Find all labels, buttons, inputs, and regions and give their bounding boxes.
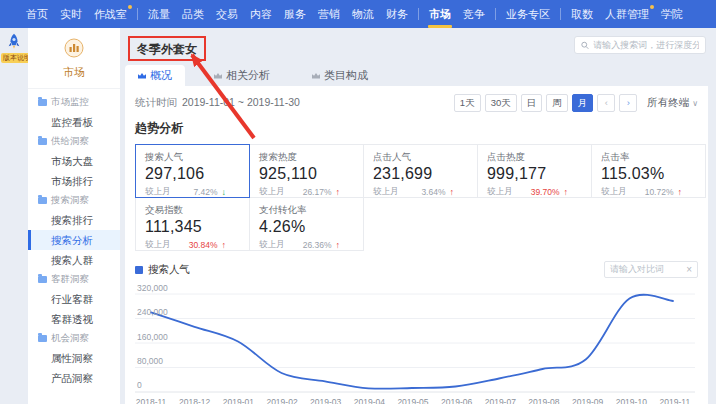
sidebar-item-product-insight[interactable]: 产品洞察 [28,368,120,388]
y-axis-tick: 240,000 [137,307,168,317]
nav-item-competition[interactable]: 竞争 [457,0,491,28]
metric-card-search-popularity[interactable]: 搜索人气 297,106 较上月7.42%↓ [135,144,250,198]
metric-value: 999,177 [487,165,582,183]
metric-label: 支付转化率 [259,204,354,217]
chevron-down-icon: ∨ [692,99,698,108]
change-percent: 26.17% [303,187,332,197]
up-arrow-icon: ↑ [336,240,341,250]
nav-divider [495,8,496,20]
sidebar-item-industry-customer[interactable]: 行业客群 [28,289,120,309]
sidebar-item-search-rank[interactable]: 搜索排行 [28,210,120,230]
range-button-day[interactable]: 日 [521,94,543,112]
nav-item-home[interactable]: 首页 [20,0,54,28]
nav-item-finance[interactable]: 财务 [380,0,414,28]
metric-card-click-rate[interactable]: 点击率 115.03% 较上月10.72%↑ [591,144,706,198]
down-arrow-icon: ↓ [222,187,227,197]
folder-icon [38,138,47,145]
metric-card-payment-conversion[interactable]: 支付转化率 4.26% 较上月26.36%↑ [249,197,364,251]
app-screen: 首页 实时 作战室 流量 品类 交易 内容 服务 营销 物流 财务 市场 竞争 … [0,0,716,404]
keyword-search-input[interactable]: 请输入搜索词，进行深度分析 [574,36,706,54]
metric-card-search-heat[interactable]: 搜索热度 925,110 较上月26.17%↑ [249,144,364,198]
compare-label: 较上月 [259,239,285,251]
tab-bar: 概况 相关分析 类目构成 [125,65,708,86]
metric-value: 925,110 [259,165,354,183]
sidebar-section-customer-insight: 客群洞察 [28,270,120,289]
metric-card-click-heat[interactable]: 点击热度 999,177 较上月39.70%↑ [477,144,592,198]
next-period-button[interactable]: › [619,94,637,112]
chart-legend[interactable]: 搜索人气 [135,263,190,277]
nav-item-data-fetch[interactable]: 取数 [565,0,599,28]
folder-icon [38,335,47,342]
compare-label: 较上月 [145,186,171,198]
nav-item-crowd-management[interactable]: 人群管理 [599,0,655,28]
sidebar-section-supply-insight: 供给洞察 [28,132,120,151]
sidebar-item-search-crowd[interactable]: 搜索人群 [28,250,120,270]
nav-item-war-room[interactable]: 作战室 [88,0,133,28]
y-axis-tick: 80,000 [137,356,163,366]
sidebar-menu: 市场监控 监控看板 供给洞察 市场大盘 市场排行 搜索洞察 搜索排行 搜索分析 … [28,89,120,388]
sidebar-item-monitor-board[interactable]: 监控看板 [28,112,120,132]
crown-icon [138,73,146,79]
tab-category-composition[interactable]: 类目构成 [299,65,381,86]
nav-item-logistics[interactable]: 物流 [346,0,380,28]
chart-header: 搜索人气 请输入对比词 × [135,261,698,278]
nav-item-business-zone[interactable]: 业务专区 [500,0,556,28]
nav-item-service[interactable]: 服务 [278,0,312,28]
folder-icon [38,276,47,283]
change-percent: 7.42% [193,187,217,197]
content-card: 统计时间 2019-11-01 ~ 2019-11-30 1天 30天 日 周 … [125,86,708,404]
close-icon[interactable]: × [686,265,692,275]
nav-item-traffic[interactable]: 流量 [142,0,176,28]
metric-card-click-popularity[interactable]: 点击人气 231,699 较上月3.64%↑ [363,144,478,198]
trend-section-title: 趋势分析 [135,120,698,137]
up-arrow-icon: ↑ [564,187,569,197]
range-button-week[interactable]: 周 [546,94,568,112]
x-axis-tick: 2019-03 [310,397,341,404]
nav-item-content[interactable]: 内容 [244,0,278,28]
x-axis-tick: 2019-01 [223,397,254,404]
nav-item-marketing[interactable]: 营销 [312,0,346,28]
main-header-row: 冬季外套女 请输入搜索词，进行深度分析 [125,36,708,62]
legend-swatch [135,266,143,274]
date-filter-row: 统计时间 2019-11-01 ~ 2019-11-30 1天 30天 日 周 … [135,91,698,115]
line-chart-svg [135,282,695,394]
compare-label: 较上月 [373,186,399,198]
metric-card-trade-index[interactable]: 交易指数 111,345 较上月30.84%↑ [135,197,250,251]
compare-word-input[interactable]: 请输入对比词 × [604,261,698,278]
range-button-1day[interactable]: 1天 [454,94,481,112]
sidebar-item-market-overview[interactable]: 市场大盘 [28,151,120,171]
change-percent: 3.64% [421,187,445,197]
tab-overview[interactable]: 概况 [125,65,185,86]
nav-item-market[interactable]: 市场 [423,0,457,28]
nav-item-academy[interactable]: 学院 [655,0,689,28]
rocket-icon[interactable] [4,32,24,52]
nav-item-realtime[interactable]: 实时 [54,0,88,28]
search-icon [581,41,589,50]
metric-label: 搜索热度 [259,151,354,164]
metric-value: 297,106 [145,165,240,183]
tab-related-analysis[interactable]: 相关分析 [201,65,283,86]
sidebar-item-search-analysis[interactable]: 搜索分析 [28,230,120,250]
nav-item-trade[interactable]: 交易 [210,0,244,28]
sidebar-item-customer-perspective[interactable]: 客群透视 [28,309,120,329]
range-button-30day[interactable]: 30天 [485,94,517,112]
range-button-month[interactable]: 月 [572,94,594,112]
metric-value: 111,345 [145,218,240,236]
sidebar-item-market-rank[interactable]: 市场排行 [28,171,120,191]
up-arrow-icon: ↑ [450,187,455,197]
sidebar-item-attribute-insight[interactable]: 属性洞察 [28,348,120,368]
compare-label: 较上月 [487,186,513,198]
sidebar-section-search-insight: 搜索洞察 [28,191,120,210]
compare-label: 较上月 [601,186,627,198]
device-filter-dropdown[interactable]: 所有终端 ∨ [647,96,698,110]
module-label: 市场 [28,65,120,80]
top-navbar: 首页 实时 作战室 流量 品类 交易 内容 服务 营销 物流 财务 市场 竞争 … [0,0,716,28]
crown-icon [214,73,222,79]
metric-label: 点击热度 [487,151,582,164]
nav-item-category[interactable]: 品类 [176,0,210,28]
nav-divider [137,8,138,20]
up-arrow-icon: ↑ [678,187,683,197]
metric-label: 点击率 [601,151,696,164]
prev-period-button[interactable]: ‹ [597,94,615,112]
new-badge-dot [650,5,654,9]
